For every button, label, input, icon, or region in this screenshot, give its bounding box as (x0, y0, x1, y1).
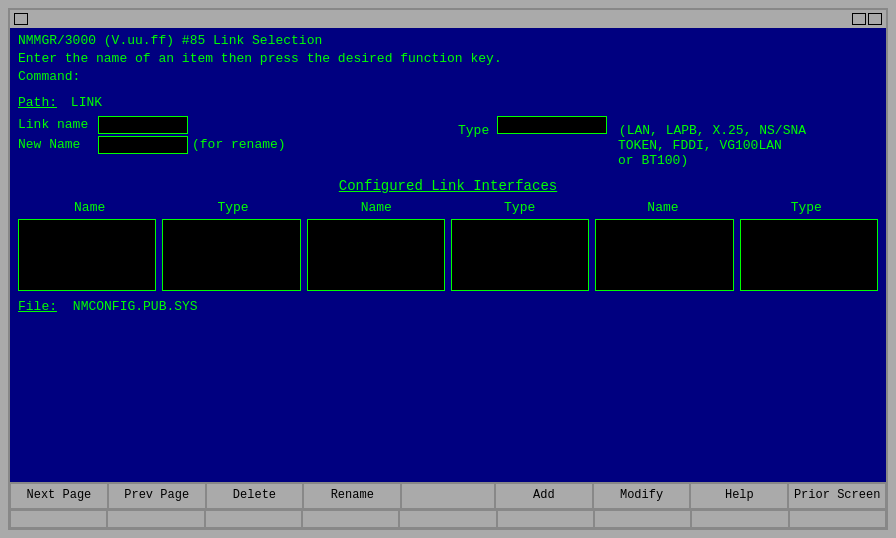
prev-page-button[interactable]: Prev Page (108, 483, 206, 509)
empty-btn-9 (789, 510, 886, 528)
right-form: Type (LAN, LAPB, X.25, NS/SNA TOKEN, FDD… (438, 116, 878, 168)
help-button[interactable]: Help (690, 483, 788, 509)
data-col-name3 (595, 219, 733, 291)
for-rename-note: (for rename) (192, 137, 286, 152)
empty-btn-6 (497, 510, 594, 528)
table-data-rows (18, 219, 878, 291)
type-label: Type (458, 123, 489, 138)
type-options-line3: or BT100) (458, 153, 878, 168)
type-input[interactable] (497, 116, 607, 134)
delete-button[interactable]: Delete (206, 483, 304, 509)
table-cell-name3[interactable] (595, 219, 733, 291)
button-bar: Next Page Prev Page Delete Rename Add Mo… (10, 482, 886, 509)
header-line3: Command: (18, 68, 878, 86)
link-name-label: Link name (18, 117, 98, 132)
new-name-label: New Name (18, 137, 98, 152)
system-menu-button[interactable] (14, 13, 28, 25)
file-line: File: NMCONFIG.PUB.SYS (18, 299, 878, 314)
col-header-type2: Type (448, 200, 591, 215)
col-header-name3: Name (591, 200, 734, 215)
col-header-type3: Type (735, 200, 878, 215)
col-header-name2: Name (305, 200, 448, 215)
prior-screen-button[interactable]: Prior Screen (788, 483, 886, 509)
path-row: Path: LINK (18, 95, 878, 110)
next-page-button[interactable]: Next Page (10, 483, 108, 509)
section-title: Configured Link Interfaces (18, 178, 878, 194)
type-row: Type (LAN, LAPB, X.25, NS/SNA (458, 116, 878, 138)
data-col-name1 (18, 219, 156, 291)
table-cell-type2[interactable] (451, 219, 589, 291)
table-cell-type1[interactable] (162, 219, 300, 291)
main-window: NMMGR/3000 (V.uu.ff) #85 Link Selection … (8, 8, 888, 530)
rename-button[interactable]: Rename (303, 483, 401, 509)
data-col-type3 (740, 219, 878, 291)
empty-btn-4 (302, 510, 399, 528)
header-line1: NMMGR/3000 (V.uu.ff) #85 Link Selection (18, 32, 878, 50)
link-name-row: Link name (18, 116, 438, 134)
add-button[interactable]: Add (495, 483, 593, 509)
empty-btn-slot (401, 483, 495, 509)
empty-btn-5 (399, 510, 496, 528)
col-header-type1: Type (161, 200, 304, 215)
file-value: NMCONFIG.PUB.SYS (73, 299, 198, 314)
title-bar-left (14, 13, 28, 25)
form-area: Link name New Name (for rename) Type (LA… (18, 116, 878, 168)
type-options-line1: (LAN, LAPB, X.25, NS/SNA (619, 123, 806, 138)
table-headers: Name Type Name Type Name Type (18, 200, 878, 215)
data-col-name2 (307, 219, 445, 291)
empty-btn-8 (691, 510, 788, 528)
col-header-name1: Name (18, 200, 161, 215)
new-name-input[interactable] (98, 136, 188, 154)
minimize-button[interactable] (852, 13, 866, 25)
main-content: NMMGR/3000 (V.uu.ff) #85 Link Selection … (10, 28, 886, 482)
empty-btn-7 (594, 510, 691, 528)
data-col-type1 (162, 219, 300, 291)
header-block: NMMGR/3000 (V.uu.ff) #85 Link Selection … (18, 32, 878, 87)
title-bar (10, 10, 886, 28)
empty-btn-3 (205, 510, 302, 528)
left-form: Link name New Name (for rename) (18, 116, 438, 156)
path-label: Path: (18, 95, 57, 110)
second-button-row (10, 509, 886, 528)
title-bar-right (852, 13, 882, 25)
table-cell-name1[interactable] (18, 219, 156, 291)
maximize-button[interactable] (868, 13, 882, 25)
path-value: LINK (71, 95, 102, 110)
header-line2: Enter the name of an item then press the… (18, 50, 878, 68)
link-name-input[interactable] (98, 116, 188, 134)
table-cell-name2[interactable] (307, 219, 445, 291)
file-label: File: (18, 299, 57, 314)
empty-btn-1 (10, 510, 107, 528)
type-options-line2: TOKEN, FDDI, VG100LAN (458, 138, 878, 153)
empty-btn-2 (107, 510, 204, 528)
table-cell-type3[interactable] (740, 219, 878, 291)
data-col-type2 (451, 219, 589, 291)
modify-button[interactable]: Modify (593, 483, 691, 509)
new-name-row: New Name (for rename) (18, 136, 438, 154)
